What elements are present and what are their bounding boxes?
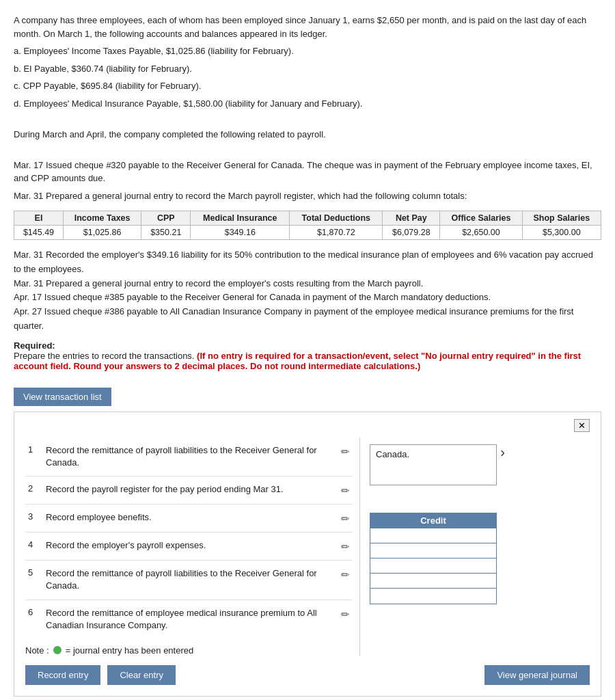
cell-net-pay: $6,079.28: [383, 226, 440, 240]
col-medical-insurance: Medical Insurance: [191, 211, 290, 226]
cell-cpp: $350.21: [141, 226, 191, 240]
canada-text: Canada.: [376, 449, 409, 459]
transaction-item-6: 6 Record the remittance of employee medi…: [25, 600, 353, 638]
col-shop-salaries: Shop Salaries: [522, 211, 601, 226]
record-entry-button[interactable]: Record entry: [25, 665, 100, 685]
cell-total-deductions: $1,870.72: [290, 226, 383, 240]
view-transaction-button[interactable]: View transaction list: [14, 388, 111, 406]
payroll-table-section: EI Income Taxes CPP Medical Insurance To…: [14, 211, 601, 240]
transaction-edit-icon-3[interactable]: ✏: [341, 513, 350, 525]
note-text: = journal entry has been entered: [66, 645, 194, 656]
buttons-row: Record entry Clear entry View general jo…: [25, 665, 590, 685]
transaction-list: 1 Record the remittance of payroll liabi…: [25, 438, 360, 656]
credit-row-1[interactable]: [370, 528, 496, 543]
post-line4: Apr. 27 Issued cheque #386 payable to Al…: [14, 305, 601, 334]
intro-list-b: b. EI Payable, $360.74 (liability for Fe…: [14, 62, 601, 76]
required-instruction1: Prepare the entries to record the transa…: [14, 351, 194, 361]
transaction-num-1: 1: [28, 444, 40, 455]
credit-row-3[interactable]: [370, 558, 496, 574]
required-instruction: Prepare the entries to record the transa…: [14, 351, 601, 371]
transaction-item-1: 1 Record the remittance of payroll liabi…: [25, 438, 353, 476]
transaction-item-5: 5 Record the remittance of payroll liabi…: [25, 561, 353, 600]
intro-list-c: c. CPP Payable, $695.84 (liability for F…: [14, 79, 601, 93]
close-button[interactable]: ✕: [574, 419, 590, 432]
transaction-text-4: Record the employer's payroll expenses.: [46, 539, 336, 552]
post-line2: Mar. 31 Prepared a general journal entry…: [14, 277, 601, 291]
transaction-num-4: 4: [28, 539, 40, 550]
transaction-text-3: Record employee benefits.: [46, 511, 336, 524]
green-dot-icon: [53, 646, 62, 654]
note-label: Note :: [25, 645, 49, 656]
transaction-panel: ✕ 1 Record the remittance of payroll lia…: [14, 412, 601, 697]
note-line: Note : = journal entry has been entered: [25, 645, 353, 656]
intro-mar31a: Mar. 31 Prepared a general journal entry…: [14, 189, 601, 203]
credit-row-2[interactable]: [370, 543, 496, 558]
cell-medical-insurance: $349.16: [191, 226, 290, 240]
transaction-item-4: 4 Record the employer's payroll expenses…: [25, 533, 353, 561]
credit-label: Credit: [370, 513, 497, 528]
transaction-edit-icon-5[interactable]: ✏: [341, 569, 350, 581]
post-table-section: Mar. 31 Recorded the employer's $349.16 …: [14, 248, 601, 334]
payroll-data-row: $145.49 $1,025.86 $350.21 $349.16 $1,870…: [14, 226, 601, 240]
payroll-table: EI Income Taxes CPP Medical Insurance To…: [14, 211, 601, 240]
intro-list-a: a. Employees' Income Taxes Payable, $1,0…: [14, 44, 601, 58]
transaction-edit-icon-4[interactable]: ✏: [341, 541, 350, 553]
transaction-text-2: Record the payroll register for the pay …: [46, 483, 336, 496]
transaction-num-6: 6: [28, 607, 40, 617]
transaction-item-3: 3 Record employee benefits. ✏: [25, 504, 353, 533]
transaction-num-3: 3: [28, 511, 40, 522]
transaction-num-5: 5: [28, 567, 40, 578]
panel-inner: 1 Record the remittance of payroll liabi…: [25, 438, 590, 656]
cell-income-taxes: $1,025.86: [63, 226, 141, 240]
required-heading: Required:: [14, 340, 55, 351]
cell-ei: $145.49: [14, 226, 64, 240]
transaction-text-1: Record the remittance of payroll liabili…: [46, 444, 336, 469]
transaction-num-2: 2: [28, 483, 40, 494]
col-office-salaries: Office Salaries: [440, 211, 522, 226]
post-line3: Apr. 17 Issued cheque #385 payable to th…: [14, 291, 601, 305]
intro-mar17: Mar. 17 Issued cheque #320 payable to th…: [14, 159, 601, 185]
intro-section: A company has three employees, each of w…: [14, 14, 601, 202]
view-general-journal-button[interactable]: View general journal: [484, 665, 590, 685]
panel-header: ✕: [25, 419, 590, 432]
clear-entry-button[interactable]: Clear entry: [107, 665, 176, 685]
transaction-text-6: Record the remittance of employee medica…: [46, 607, 336, 632]
transaction-edit-icon-1[interactable]: ✏: [341, 446, 350, 458]
intro-list-d: d. Employees' Medical Insurance Payable,…: [14, 97, 601, 111]
transaction-text-5: Record the remittance of payroll liabili…: [46, 567, 336, 592]
buttons-left: Record entry Clear entry: [25, 665, 176, 685]
col-income-taxes: Income Taxes: [63, 211, 141, 226]
intro-paragraph1: A company has three employees, each of w…: [14, 14, 601, 40]
transaction-item-2: 2 Record the payroll register for the pa…: [25, 476, 353, 504]
transaction-edit-icon-6[interactable]: ✏: [341, 608, 350, 621]
panel-right: › Canada. Credit: [360, 438, 497, 656]
credit-rows: [370, 528, 497, 604]
intro-paragraph2: During March and April, the company comp…: [14, 128, 601, 142]
col-total-deductions: Total Deductions: [290, 211, 383, 226]
credit-row-5[interactable]: [370, 589, 496, 604]
transaction-edit-icon-2[interactable]: ✏: [341, 485, 350, 497]
cell-office-salaries: $2,650.00: [440, 226, 522, 240]
col-cpp: CPP: [141, 211, 191, 226]
post-line1: Mar. 31 Recorded the employer's $349.16 …: [14, 248, 601, 277]
col-net-pay: Net Pay: [383, 211, 440, 226]
cell-shop-salaries: $5,300.00: [522, 226, 601, 240]
arrow-right-icon: ›: [500, 444, 505, 460]
required-section: Required: Prepare the entries to record …: [14, 340, 601, 371]
canada-box: Canada.: [370, 444, 497, 485]
credit-row-4[interactable]: [370, 574, 496, 589]
col-ei: EI: [14, 211, 64, 226]
